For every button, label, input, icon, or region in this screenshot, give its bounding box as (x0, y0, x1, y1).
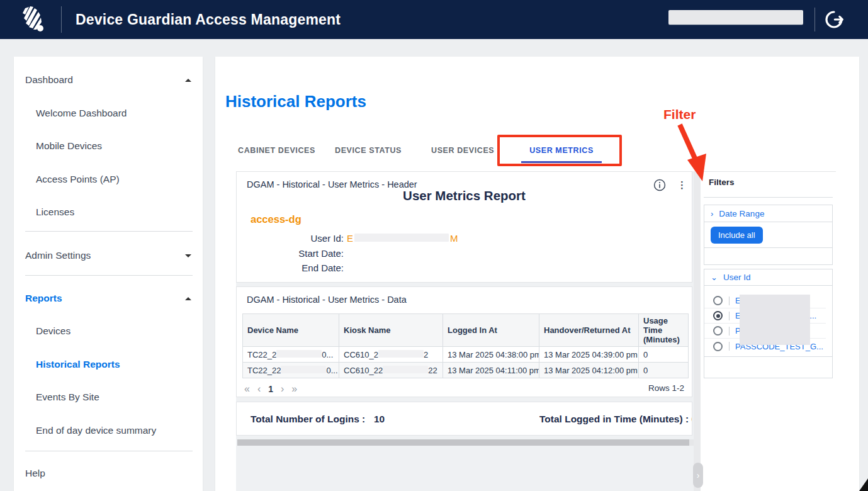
user-id-redaction (354, 234, 449, 242)
cell-handover: 13 Mar 2025 04:39:00 pm (539, 347, 639, 363)
tab-device-status[interactable]: DEVICE STATUS (335, 135, 400, 166)
option-separator (729, 312, 730, 320)
user-id-header[interactable]: ⌄ User Id (704, 269, 832, 286)
cell-logged-in: 13 Mar 2025 04:11:00 pm (443, 363, 539, 378)
tab-cabinet-devices[interactable]: CABINET DEVICES (238, 135, 311, 166)
pagination-prev-icon[interactable]: ‹ (257, 383, 261, 394)
chevron-right-icon[interactable]: › (711, 209, 713, 218)
report-viewer: DGAM - Historical - User Metrics - Heade… (236, 171, 701, 491)
radio-unselected[interactable] (713, 342, 723, 351)
main-content: Historical Reports CABINET DEVICES DEVIC… (215, 57, 859, 491)
sidebar-item-historical-reports[interactable]: Historical Reports (36, 357, 191, 372)
pagination-next-icon[interactable]: › (281, 383, 284, 394)
page-title: Historical Reports (225, 92, 366, 111)
sidebar-item-label: Admin Settings (25, 250, 91, 261)
filter-panel-expand-handle[interactable]: › (693, 463, 703, 488)
app-title: Device Guardian Access Management (76, 0, 341, 39)
cell-redaction (383, 366, 428, 373)
start-date-row: Start Date: (237, 247, 344, 260)
total-logged-time-label: Total Logged in Time (Minutes) : 0 (539, 402, 692, 436)
sidebar: Dashboard Welcome Dashboard Mobile Devic… (14, 57, 203, 491)
sidebar-item-help[interactable]: Help (25, 466, 191, 481)
report-title: User Metrics Report (237, 188, 692, 203)
radio-unselected[interactable] (713, 296, 723, 305)
date-range-label: Date Range (719, 209, 764, 218)
logout-icon[interactable] (823, 9, 845, 30)
cell-logged-in: 13 Mar 2025 04:38:00 pm (443, 347, 539, 363)
sidebar-item-access-points[interactable]: Access Points (AP) (36, 172, 191, 187)
sidebar-item-label: Dashboard (25, 74, 73, 85)
cell-redaction (378, 350, 424, 358)
user-email-redacted (668, 10, 803, 25)
user-id-label: User Id: (237, 232, 344, 245)
date-range-filter-box: › Date Range Include all (704, 205, 833, 265)
sidebar-divider (25, 275, 193, 276)
include-all-button[interactable]: Include all (711, 227, 763, 244)
navbar-divider (814, 8, 815, 31)
caret-up-icon[interactable] (185, 79, 191, 82)
table-row: TC22_220... CC610_2222 13 Mar 2025 04:11… (243, 363, 689, 378)
option-separator (729, 327, 730, 336)
table-header-row: Device Name Kiosk Name Logged In At Hand… (243, 314, 689, 347)
cell-kiosk-name: CC610_22 (339, 347, 443, 363)
user-id-row: User Id:EM (237, 232, 458, 245)
sidebar-divider (25, 451, 193, 451)
vertical-scrollbar-track[interactable] (694, 171, 701, 491)
sidebar-divider (25, 231, 193, 232)
option-separator (729, 296, 730, 305)
caret-down-icon[interactable] (185, 254, 191, 257)
report-data-card-title: DGAM - Historical - User Metrics - Data (247, 295, 407, 305)
cell-usage: 0 (639, 347, 689, 363)
cell-handover: 13 Mar 2025 04:12:00 pm (539, 363, 639, 378)
cell-device-name: TC22_20... (243, 347, 339, 363)
report-data-card: DGAM - Historical - User Metrics - Data … (236, 286, 692, 397)
pagination-current-page: 1 (268, 384, 273, 394)
empty-filter-row (704, 248, 832, 264)
report-totals-card: Total Number of Logins : 10 Total Logged… (236, 402, 692, 436)
pagination-first-icon[interactable]: « (244, 383, 250, 394)
rows-count-label: Rows 1-2 (648, 383, 684, 393)
option-separator (729, 342, 730, 351)
col-usage-time: Usage Time (Minutes) (639, 314, 689, 347)
table-row: TC22_20... CC610_22 13 Mar 2025 04:38:00… (243, 347, 689, 363)
sidebar-item-reports[interactable]: Reports (25, 291, 191, 306)
user-id-filter-label: User Id (723, 273, 751, 282)
sidebar-item-events-by-site[interactable]: Events By Site (36, 390, 191, 405)
total-logins-label: Total Number of Logins : (251, 402, 365, 436)
zebra-logo-icon (16, 4, 49, 35)
sidebar-item-mobile-devices[interactable]: Mobile Devices (36, 138, 191, 154)
cell-usage: 0 (639, 363, 689, 378)
include-all-row: Include all (704, 222, 832, 248)
col-kiosk-name: Kiosk Name (339, 314, 443, 347)
radio-selected[interactable] (713, 311, 723, 320)
col-device-name: Device Name (243, 314, 339, 347)
annotation-arrow-icon (674, 123, 714, 188)
tab-user-devices[interactable]: USER DEVICES (431, 135, 493, 166)
sidebar-item-dashboard[interactable]: Dashboard (25, 72, 191, 87)
annotation-filter-label: Filter (663, 107, 696, 122)
chevron-down-icon[interactable]: ⌄ (711, 273, 718, 282)
site-name: access-dg (251, 213, 302, 225)
cell-redaction (276, 350, 322, 358)
navbar-divider (61, 6, 62, 33)
sidebar-item-label: Reports (25, 293, 62, 303)
horizontal-scrollbar[interactable] (237, 439, 700, 446)
sidebar-item-devices[interactable]: Devices (36, 324, 191, 339)
app-window: Device Guardian Access Management Dashbo… (0, 0, 868, 491)
cell-kiosk-name: CC610_2222 (339, 363, 443, 378)
sidebar-item-end-of-day[interactable]: End of day device summary (36, 423, 191, 438)
horizontal-scrollbar-thumb[interactable] (237, 439, 689, 446)
sidebar-item-welcome-dashboard[interactable]: Welcome Dashboard (36, 106, 191, 121)
sidebar-item-admin-settings[interactable]: Admin Settings (25, 248, 191, 263)
col-handover-returned-at: Handover/Returned At (539, 314, 639, 347)
top-navbar: Device Guardian Access Management (0, 0, 868, 39)
pagination-last-icon[interactable]: » (291, 383, 297, 394)
sidebar-item-licenses[interactable]: Licenses (36, 205, 191, 220)
radio-unselected[interactable] (713, 326, 723, 336)
start-date-label: Start Date: (237, 247, 344, 260)
filters-divider (704, 197, 833, 198)
date-range-header[interactable]: › Date Range (704, 205, 832, 222)
end-date-row: End Date: (237, 262, 344, 274)
caret-up-icon[interactable] (185, 297, 191, 300)
empty-filter-row (704, 356, 832, 378)
